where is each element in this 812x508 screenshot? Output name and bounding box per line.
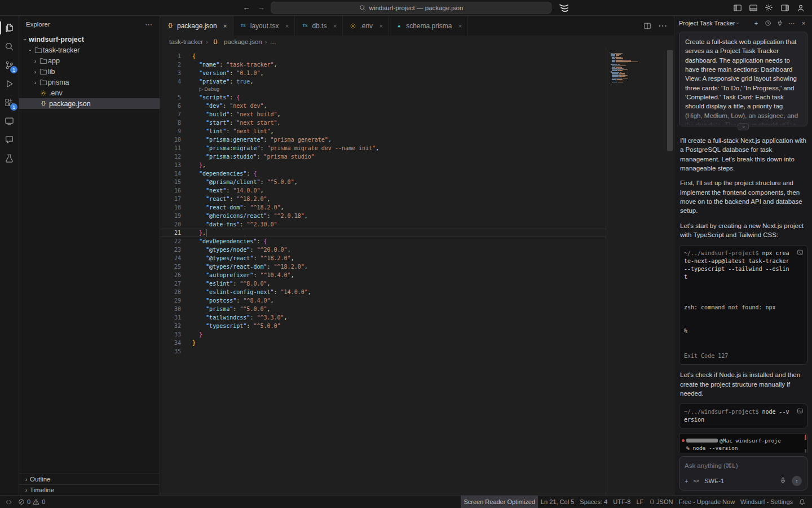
- code-line-35[interactable]: 35: [160, 347, 606, 356]
- tree-item-windsurf-project[interactable]: ›windsurf-project: [19, 34, 160, 45]
- breadcrumb-item[interactable]: task-tracker: [169, 38, 203, 45]
- terminal-command-block[interactable]: ~/../windsurf-project$ npx create-next-a…: [679, 245, 807, 365]
- code-line-22[interactable]: 22 "devDependencies": {: [160, 237, 606, 246]
- insert-terminal-icon[interactable]: [797, 408, 804, 417]
- code-line-4[interactable]: 4 "private": true,: [160, 77, 606, 86]
- breadcrumb-item[interactable]: …: [270, 38, 277, 45]
- code-line-21[interactable]: 21 },: [160, 229, 606, 237]
- tree-item-lib[interactable]: ›lib: [19, 66, 160, 77]
- minimap[interactable]: [606, 48, 666, 495]
- code-ic[interactable]: <>: [693, 478, 699, 484]
- search-bar[interactable]: windsurf-project — package.json: [271, 2, 551, 14]
- code-line-10[interactable]: 10 "prisma:generate": "prisma generate",: [160, 135, 606, 144]
- code-line-2[interactable]: 2 "name": "task-tracker",: [160, 60, 606, 69]
- code-line-23[interactable]: 23 "@types/node": "^20.0.0",: [160, 246, 606, 254]
- split-editor-icon[interactable]: [643, 22, 651, 30]
- close-icon[interactable]: ×: [221, 21, 230, 30]
- code-line-24[interactable]: 24 "@types/react": "^18.2.0",: [160, 254, 606, 262]
- tree-item-package.json[interactable]: {}package.json: [19, 98, 160, 109]
- code-editor[interactable]: 1{2 "name": "task-tracker",3 "version": …: [160, 48, 674, 495]
- code-line-15[interactable]: 15 "@prisma/client": "^5.0.0",: [160, 178, 606, 186]
- terminal-command-block[interactable]: ~/../windsurf-project$ node --version: [679, 404, 807, 428]
- code-line-30[interactable]: 30 "prisma": "^5.0.0",: [160, 305, 606, 313]
- insert-terminal-icon[interactable]: [797, 249, 804, 258]
- status-windsurf-settings[interactable]: Windsurf - Settings: [738, 496, 796, 508]
- tree-item-prisma[interactable]: ›prisma: [19, 77, 160, 87]
- code-line-26[interactable]: 26 "autoprefixer": "^10.4.0",: [160, 271, 606, 279]
- timeline-section[interactable]: › Timeline: [19, 484, 160, 495]
- scrollbar-thumb[interactable]: [667, 50, 673, 151]
- activity-extensions-icon[interactable]: 1: [0, 93, 19, 112]
- code-line-32[interactable]: 32 "typescript": "^5.0.0": [160, 322, 606, 330]
- code-line-11[interactable]: 11 "prisma:migrate": "prisma migrate dev…: [160, 144, 606, 152]
- status-spaces-4[interactable]: Spaces: 4: [577, 496, 610, 508]
- activity-testing-icon[interactable]: [0, 149, 19, 168]
- code-line-33[interactable]: 33 }: [160, 330, 606, 339]
- codelens-label[interactable]: ▷ Debug: [199, 86, 219, 93]
- chat-input-box[interactable]: Ask anything (⌘L) + <> SWE-1 ↑: [679, 456, 807, 491]
- settings-gear-icon[interactable]: [764, 3, 774, 12]
- model-selector[interactable]: SWE-1: [704, 478, 724, 484]
- close-icon[interactable]: ×: [800, 19, 807, 27]
- forward-button[interactable]: →: [256, 3, 266, 12]
- code-line-9[interactable]: 9 "lint": "next lint",: [160, 127, 606, 135]
- code-line-20[interactable]: 20 "date-fns": "^2.30.0": [160, 220, 606, 229]
- close-icon[interactable]: ×: [377, 21, 385, 30]
- account-icon[interactable]: [796, 3, 805, 12]
- status-utf-8[interactable]: UTF-8: [610, 496, 633, 508]
- editor-scrollbar[interactable]: [666, 48, 674, 495]
- problems-indicator[interactable]: 0 0: [15, 496, 48, 508]
- status-ln-21-col-5[interactable]: Ln 21, Col 5: [538, 496, 577, 508]
- activity-cascade-chat-icon[interactable]: [0, 130, 19, 149]
- activity-run-debug-icon[interactable]: [0, 75, 19, 93]
- close-icon[interactable]: ×: [330, 21, 339, 30]
- back-button[interactable]: ←: [241, 3, 251, 12]
- code-line-1[interactable]: 1{: [160, 52, 606, 60]
- code-line-31[interactable]: 31 "tailwindcss": "^3.3.0",: [160, 313, 606, 322]
- toggle-panel-icon[interactable]: [748, 3, 758, 12]
- add-context-icon[interactable]: +: [685, 478, 688, 484]
- remote-indicator[interactable]: [0, 496, 15, 508]
- code-line-14[interactable]: 14 "dependencies": {: [160, 169, 606, 178]
- microphone-icon[interactable]: [779, 477, 787, 485]
- tab-package.json[interactable]: {}package.json×: [160, 16, 233, 36]
- cascade-title[interactable]: Project Task Tracker: [679, 20, 735, 27]
- user-message[interactable]: Create a full-stack web application that…: [679, 32, 807, 126]
- code-line-27[interactable]: 27 "eslint": "^8.0.0",: [160, 279, 606, 288]
- code-line-6[interactable]: 6 "dev": "next dev",: [160, 102, 606, 110]
- close-icon[interactable]: ×: [456, 21, 464, 30]
- close-icon[interactable]: ×: [283, 21, 291, 30]
- more-actions-icon[interactable]: ⋯: [145, 20, 153, 29]
- code-line-34[interactable]: 34}: [160, 339, 606, 347]
- mcp-plug-icon[interactable]: [776, 19, 784, 27]
- new-chat-icon[interactable]: +: [752, 19, 760, 27]
- tab-schema.prisma[interactable]: ▲schema.prisma×: [389, 16, 468, 36]
- code-line-8[interactable]: 8 "start": "next start",: [160, 119, 606, 127]
- code-line-16[interactable]: 16 "next": "14.0.0",: [160, 186, 606, 195]
- code-line-29[interactable]: 29 "postcss": "^8.4.0",: [160, 296, 606, 305]
- send-button[interactable]: ↑: [792, 476, 802, 486]
- toggle-sidebar-right-icon[interactable]: [780, 3, 789, 12]
- status-screen-reader-optimized[interactable]: Screen Reader Optimized: [461, 496, 538, 508]
- code-line-13[interactable]: 13 },: [160, 161, 606, 169]
- tab-.env[interactable]: .env×: [343, 16, 389, 36]
- breadcrumb-item[interactable]: package.json: [224, 38, 262, 45]
- code-line-17[interactable]: 17 "react": "^18.2.0",: [160, 195, 606, 203]
- status-lf[interactable]: LF: [633, 496, 646, 508]
- activity-source-control-icon[interactable]: 1: [0, 56, 19, 75]
- status-free-upgrade-now[interactable]: Free - Upgrade Now: [676, 496, 738, 508]
- code-line-28[interactable]: 28 "eslint-config-next": "14.0.0",: [160, 288, 606, 296]
- tree-item-task-tracker[interactable]: ›task-tracker: [19, 45, 160, 55]
- code-line-18[interactable]: 18 "react-dom": "^18.2.0",: [160, 203, 606, 212]
- code-line-25[interactable]: 25 "@types/react-dom": "^18.2.0",: [160, 262, 606, 271]
- more-actions-icon[interactable]: ⋯: [788, 19, 796, 27]
- code-line-19[interactable]: 19 "@heroicons/react": "^2.0.18",: [160, 212, 606, 220]
- tab-layout.tsx[interactable]: TSlayout.tsx×: [233, 16, 295, 36]
- activity-explorer-icon[interactable]: [0, 19, 19, 37]
- status-json[interactable]: {}JSON: [646, 496, 676, 508]
- tab-db.ts[interactable]: TSdb.ts×: [295, 16, 343, 36]
- code-line-5[interactable]: 5 "scripts": {: [160, 93, 606, 102]
- output-scrollbar[interactable]: [805, 435, 806, 453]
- history-icon[interactable]: [764, 19, 772, 27]
- activity-remote-icon[interactable]: [0, 112, 19, 130]
